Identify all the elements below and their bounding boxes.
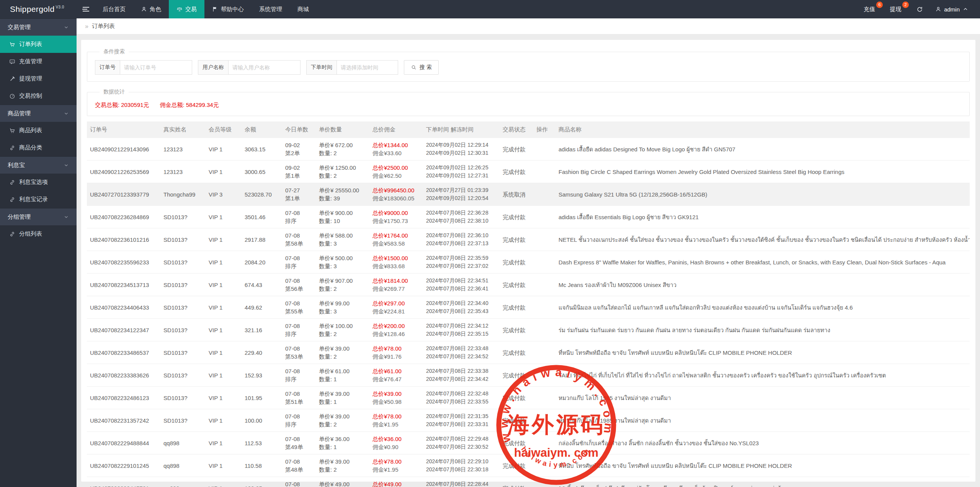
table-row: UB2407082229101245qq898VIP 1110.5807-08第… <box>87 454 970 477</box>
stat-total-trade: 交易总额:2030591元 <box>95 102 149 109</box>
nav-item-label: 后台首页 <box>103 6 126 13</box>
table-row: UB2407082232486123SD1013?VIP 1101.9507-0… <box>87 387 970 409</box>
cell-price-qty: 单价¥ 588.00数量: 3 <box>316 228 369 251</box>
sidebar-item-label: 分组列表 <box>19 230 42 238</box>
nav-item-label: 帮助中心 <box>221 6 244 13</box>
cell-real-name: SD1013? <box>160 364 206 387</box>
sidebar-item-recharge-manage[interactable]: 充值管理 <box>0 53 77 70</box>
cell-balance: 101.95 <box>242 387 282 409</box>
cell-real-name: 123123 <box>160 161 206 183</box>
sidebar-item-trade-control[interactable]: 交易控制 <box>0 87 77 105</box>
col-header-price-qty: 单价数量 <box>316 121 369 138</box>
search-button-label: 搜 索 <box>420 64 432 71</box>
link-icon <box>9 231 15 237</box>
cell-action <box>533 387 555 409</box>
nav-item-mall[interactable]: 商城 <box>290 0 317 18</box>
cell-real-name: 123123 <box>160 138 206 161</box>
link-icon <box>9 179 15 185</box>
table-row: UB2407082234406433SD1013?VIP 1449.6207-0… <box>87 296 970 319</box>
cell-total-commission: 总价¥9000.00佣金¥1750.73 <box>369 206 423 228</box>
user-menu[interactable]: admin <box>929 0 975 18</box>
cell-times: 2024年09月02日 12:29:142024年09月02日 12:30:31 <box>423 138 500 161</box>
cell-times: 2024年07月08日 22:32:482024年07月08日 22:33:55 <box>423 387 500 409</box>
sidebar-group-group-manage[interactable]: 分组管理 <box>0 208 77 225</box>
cell-product: ที่หนีบ โทรศัพท์มือถือ ขาจับ โทรศัพท์ แบ… <box>555 454 970 477</box>
cart-icon <box>9 128 15 134</box>
sidebar-item-goods-category[interactable]: 商品分类 <box>0 139 77 156</box>
cell-price-qty: 单价¥ 99.00数量: 3 <box>316 296 369 319</box>
nav-item-system[interactable]: 系统管理 <box>252 0 290 18</box>
cell-total-commission: 总价¥1764.00佣金¥583.58 <box>369 228 423 251</box>
nav-item-role[interactable]: 角色 <box>133 0 169 18</box>
sidebar-group-lixibao[interactable]: 利息宝 <box>0 156 77 174</box>
nav-recharge-button[interactable]: 充值6 <box>858 0 884 18</box>
sidebar-item-withdraw-manage[interactable]: 提现管理 <box>0 70 77 87</box>
table-row: UB2407082234122347SD1013?VIP 1321.1607-0… <box>87 319 970 341</box>
cell-total-commission: 总价¥78.00佣金¥1.95 <box>369 409 423 432</box>
nav-item-home[interactable]: 后台首页 <box>95 0 133 18</box>
cell-today-orders: 09-02第2单 <box>282 138 316 161</box>
chevron-down-icon <box>64 25 69 30</box>
nav-item-help-center[interactable]: 帮助中心 <box>204 0 252 18</box>
nav-recharge-label: 充值 <box>864 6 875 13</box>
cell-order-no: UB2407082229101245 <box>87 454 160 477</box>
cell-today-orders: 07-08排序 <box>282 251 316 274</box>
sidebar-item-label: 商品列表 <box>19 127 42 134</box>
refresh-button[interactable] <box>910 0 929 18</box>
cell-times: 2024年07月08日 22:28:442024年07月08日 22:29:48 <box>423 477 500 487</box>
cell-real-name: SD1013? <box>160 409 206 432</box>
sidebar-group-goods-manage[interactable]: 商品管理 <box>0 105 77 122</box>
user-name-input[interactable] <box>229 60 301 75</box>
order-no-input[interactable] <box>120 60 192 75</box>
sidebar-item-order-list[interactable]: 订单列表 <box>0 36 77 53</box>
cell-price-qty: 单价¥ 36.00数量: 1 <box>316 432 369 454</box>
content-area: 条件搜索 订单号 用户名称 下单时间 <box>77 34 980 487</box>
search-button[interactable]: 搜 索 <box>404 60 439 75</box>
cell-order-no: UB2407082234122347 <box>87 319 160 341</box>
col-header-today-orders: 今日单数 <box>282 121 316 138</box>
user-name-field: 用户名称 <box>198 60 301 75</box>
stats-panel-title: 数据统计 <box>100 89 129 95</box>
table-header-row: 订单号真实姓名会员等级余额今日单数单价数量总价佣金下单时间 解冻时间交易状态操作… <box>87 121 970 138</box>
table-row: UB2407082228445781qq898VIP 1109.3507-08排… <box>87 477 970 487</box>
cell-order-no: UB2407270123393779 <box>87 183 160 206</box>
cell-today-orders: 07-08第49单 <box>282 432 316 454</box>
cell-real-name: Thongcha99 <box>160 183 206 206</box>
col-header-order-no: 订单号 <box>87 121 160 138</box>
sidebar-item-lixibao-options[interactable]: 利息宝选项 <box>0 174 77 191</box>
cell-action <box>533 138 555 161</box>
cell-total-commission: 总价¥297.00佣金¥224.81 <box>369 296 423 319</box>
cell-vip-level: VIP 1 <box>206 274 242 296</box>
nav-withdraw-button[interactable]: 提现2 <box>884 0 910 18</box>
sidebar-group-trade-manage[interactable]: 交易管理 <box>0 18 77 36</box>
gavel-icon <box>9 76 15 82</box>
cell-balance: 100.00 <box>242 409 282 432</box>
sidebar-item-lixibao-records[interactable]: 利息宝记录 <box>0 191 77 208</box>
search-panel-title: 条件搜索 <box>100 48 129 55</box>
cell-real-name: qq898 <box>160 454 206 477</box>
table-row: UB2407270123393779Thongcha99VIP 3523028.… <box>87 183 970 206</box>
cell-today-orders: 07-08第56单 <box>282 274 316 296</box>
cell-product: adidas เสื้อยืด Essentials Big Logo ผู้ช… <box>555 206 970 228</box>
app-logo-text: Shippergold <box>10 5 55 14</box>
cell-balance: 2084.20 <box>242 251 282 274</box>
order-time-input[interactable] <box>337 60 398 75</box>
col-header-times: 下单时间 解冻时间 <box>423 121 500 138</box>
cell-real-name: SD1013? <box>160 319 206 341</box>
cell-times: 2024年07月08日 22:29:102024年07月08日 22:30:18 <box>423 454 500 477</box>
user-name: admin <box>944 6 960 13</box>
sidebar-item-group-list[interactable]: 分组列表 <box>0 225 77 243</box>
cell-balance: 110.58 <box>242 454 282 477</box>
nav-item-label: 商城 <box>297 6 309 13</box>
chevron-down-icon <box>64 111 69 116</box>
cell-today-orders: 09-02第1单 <box>282 161 316 183</box>
cell-times: 2024年07月08日 22:36:282024年07月08日 22:38:10 <box>423 206 500 228</box>
stats-panel: 数据统计 交易总额:2030591元 佣金总额:584299.34元 <box>87 89 970 116</box>
sidebar-toggle-icon[interactable] <box>77 0 95 18</box>
sidebar-item-goods-list[interactable]: 商品列表 <box>0 122 77 139</box>
cell-product: Samsung Galaxy S21 Ultra 5G (12/128,256G… <box>555 183 970 206</box>
cell-order-no: UB2407082233383626 <box>87 364 160 387</box>
refresh-icon <box>916 6 923 13</box>
cell-product: Fashion Big Circle C Shaped Earrings Wom… <box>555 161 970 183</box>
nav-item-trade[interactable]: 交易 <box>169 0 204 18</box>
